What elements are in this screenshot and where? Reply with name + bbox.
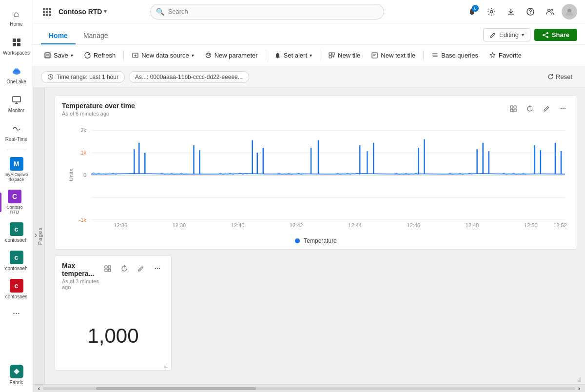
new-tile-button[interactable]: New tile [323,49,365,61]
notification-button[interactable]: 6 [464,4,480,20]
svg-rect-11 [43,11,45,13]
svg-rect-90 [108,269,111,272]
notification-badge: 6 [472,5,479,12]
chart-container: 2k 1k 0 -1k Units 12:36 12:38 12:40 12:4… [55,118,577,235]
scroll-right-button[interactable]: › [575,385,583,392]
svg-text:12:42: 12:42 [290,222,303,228]
chart-refresh-button[interactable] [523,102,537,116]
svg-rect-7 [13,97,20,102]
sidebar-item-contosoeh1[interactable]: c contosoeh [2,219,31,246]
svg-rect-33 [332,53,334,55]
svg-rect-32 [329,53,332,55]
download-button[interactable] [503,4,519,20]
editing-chevron: ▾ [522,32,524,38]
chart-tile-title: Temperature over time [62,102,507,110]
svg-point-42 [563,108,564,109]
set-alert-button[interactable]: Set alert ▾ [269,49,317,61]
toolbar-sep-1 [123,50,124,61]
asset-filter[interactable]: As...: 0000aaaa-11bb-cccc-dd22-eeeee... [129,71,249,83]
sidebar-item-contosoes[interactable]: c contosoes [2,276,31,302]
svg-text:12:46: 12:46 [407,222,421,228]
search-input[interactable] [150,4,384,20]
save-button[interactable]: Save ▾ [39,49,78,61]
home-icon: ⌂ [11,8,22,20]
contosoes-icon: c [10,279,23,293]
svg-text:12:48: 12:48 [466,222,479,228]
small-tile-refresh-button[interactable] [117,262,131,275]
sidebar-item-home[interactable]: ⌂ Home [2,4,31,31]
sidebar-item-realtime[interactable]: Real-Time [2,119,31,146]
pages-label: Pages [37,227,43,245]
sidebar-item-workspaces[interactable]: Workspaces [2,33,31,59]
datasource-chevron: ▾ [192,53,194,58]
sidebar-item-fabric-label: Fabric [10,380,23,385]
chart-more-button[interactable] [556,102,570,116]
app-name[interactable]: Contoso RTD ▾ [58,8,107,16]
small-tile-edit-button[interactable] [134,262,148,275]
settings-button[interactable] [484,4,499,20]
sidebar: ⌂ Home Workspaces OneLake Monitor Real-T… [0,0,33,392]
small-tile-title-section: Max tempera... As of 3 minutes ago [62,262,101,290]
chart-grid-button[interactable] [507,102,520,116]
scrollbar-track[interactable] [43,387,575,390]
svg-rect-1 [17,39,20,42]
tab-bar: Home Manage Editing ▾ Share [33,23,585,45]
svg-rect-9 [46,8,48,10]
new-datasource-button[interactable]: New data source ▾ [127,49,199,61]
sidebar-item-monitor[interactable]: Monitor [2,90,31,117]
sidebar-item-contosortd-label: ContosoRTD [6,205,23,215]
chart-tile-subtitle: As of 6 minutes ago [62,111,507,117]
people-button[interactable] [542,4,558,20]
contosortd-workspace-icon: C [8,190,21,203]
svg-rect-14 [43,14,45,16]
svg-point-93 [159,268,160,269]
svg-rect-13 [49,11,51,13]
svg-rect-8 [43,8,45,10]
refresh-button[interactable]: Refresh [79,49,121,61]
sidebar-item-contosoRTD-container: C ContosoRTD [0,187,33,217]
new-parameter-button[interactable]: New parameter [200,49,263,61]
small-tile-resize-handle[interactable]: ╝ [164,363,170,369]
sidebar-item-home-label: Home [10,21,23,27]
small-tile-grid-button[interactable] [101,262,115,275]
reset-button[interactable]: Reset [543,71,577,82]
small-tile-more-button[interactable] [151,262,164,275]
sidebar-item-realtime-label: Real-Time [5,137,28,142]
share-button[interactable]: Share [534,29,577,41]
chart-edit-button[interactable] [540,102,553,116]
grid-menu-icon[interactable] [41,6,53,18]
tab-manage[interactable]: Manage [76,28,116,44]
dashboard-inner: Temperature over time As of 6 minutes ag… [55,96,577,376]
pages-panel[interactable]: › Pages [33,88,45,384]
svg-text:12:40: 12:40 [231,222,245,228]
sidebar-item-fabric[interactable]: Fabric [2,362,31,388]
small-tile-actions [101,262,164,275]
dashboard: › Pages Temperature over time As of 6 mi… [33,88,585,384]
active-indicator [0,193,1,212]
svg-point-24 [543,34,545,36]
tab-home[interactable]: Home [41,28,76,44]
small-tile-content: 1,000 [55,292,171,370]
user-avatar[interactable] [562,4,577,20]
chart-legend: Temperature [55,235,577,249]
small-tile-header: Max tempera... As of 3 minutes ago [55,256,171,292]
sidebar-item-workspaces-label: Workspaces [3,50,30,56]
editing-button[interactable]: Editing ▾ [483,28,530,41]
tab-bar-left: Home Manage [41,28,116,44]
new-text-tile-button[interactable]: New text tile [366,49,420,61]
small-tile: Max tempera... As of 3 minutes ago [55,255,172,371]
base-queries-button[interactable]: Base queries [427,49,483,61]
sidebar-item-myai[interactable]: M myAIOqsworkspace [2,154,31,185]
time-range-filter[interactable]: Time range: Last 1 hour [41,71,125,83]
sidebar-item-contosoeh2[interactable]: c contosoeh [2,248,31,274]
chart-svg: 2k 1k 0 -1k Units 12:36 12:38 12:40 12:4… [62,120,570,230]
favorite-button[interactable]: Favorite [484,49,526,61]
help-button[interactable] [523,4,538,20]
content-area: Home Manage Editing ▾ Share Save ▾ [33,23,585,392]
svg-point-92 [157,268,158,269]
svg-rect-0 [13,39,16,42]
scroll-left-button[interactable]: ‹ [35,385,43,392]
sidebar-item-contosortd[interactable]: C ContosoRTD [0,187,29,217]
sidebar-item-more[interactable]: ··· [2,304,31,322]
sidebar-item-onelake[interactable]: OneLake [2,61,31,88]
